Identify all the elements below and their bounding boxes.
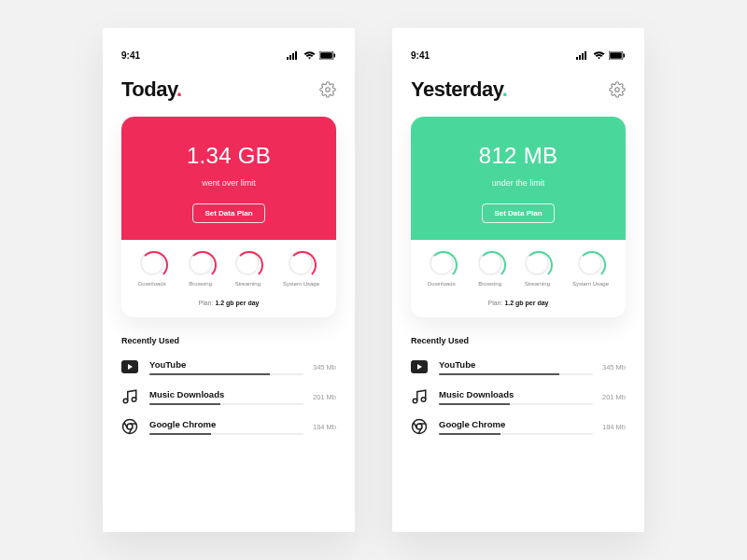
app-name: Google Chrome: [439, 419, 593, 429]
category-item[interactable]: System Usage: [572, 251, 609, 287]
app-size: 345 Mb: [602, 363, 626, 371]
app-size: 184 Mb: [602, 423, 626, 431]
app-row[interactable]: Google Chrome184 Mb: [121, 418, 336, 435]
svg-rect-16: [576, 57, 578, 60]
youtube-icon: [411, 358, 428, 375]
usage-amount: 812 MB: [426, 143, 611, 169]
battery-icon: [319, 51, 336, 60]
app-row[interactable]: Google Chrome184 Mb: [411, 418, 626, 435]
title-dot: .: [502, 77, 508, 101]
usage-bar: [149, 433, 303, 435]
status-bar: 9:41: [121, 50, 336, 61]
app-row[interactable]: Music Downloads201 Mb: [411, 388, 626, 405]
ring-icon: [189, 251, 213, 275]
recently-used-label: Recently Used: [411, 336, 626, 345]
svg-rect-3: [295, 51, 297, 60]
category-breakdown: Downloads Browsing Streaming System Usag…: [121, 240, 336, 294]
ring-icon: [430, 251, 454, 275]
app-row[interactable]: YouTube345 Mb: [411, 358, 626, 375]
app-size: 345 Mb: [313, 363, 336, 371]
category-item[interactable]: Downloads: [138, 251, 166, 287]
music-icon: [121, 388, 138, 405]
usage-card: 1.34 GB went over limit Set Data Plan Do…: [121, 117, 336, 317]
category-item[interactable]: Streaming: [525, 251, 550, 287]
usage-bar: [149, 403, 303, 405]
phone-screen-yesterday: 9:41 Yesterday. 812 MB under the limit S…: [392, 28, 644, 532]
ring-icon: [478, 251, 502, 275]
category-item[interactable]: Downloads: [428, 251, 456, 287]
status-time: 9:41: [121, 50, 140, 61]
settings-icon[interactable]: [319, 81, 336, 98]
app-size: 201 Mb: [602, 393, 626, 401]
usage-card-top: 812 MB under the limit Set Data Plan: [411, 117, 626, 240]
usage-status: went over limit: [136, 178, 321, 188]
svg-rect-17: [579, 55, 581, 60]
signal-icon: [576, 51, 589, 60]
status-icons: [576, 51, 626, 60]
svg-rect-6: [334, 54, 336, 58]
app-size: 201 Mb: [313, 393, 336, 401]
app-name: Music Downloads: [149, 389, 303, 399]
app-name: Music Downloads: [439, 389, 593, 399]
svg-rect-2: [292, 53, 294, 60]
phone-screen-today: 9:41 Today. 1.34 GB went over limit Set …: [103, 28, 355, 532]
chrome-icon: [411, 418, 428, 435]
category-item[interactable]: Browsing: [189, 251, 213, 287]
svg-rect-5: [320, 52, 332, 59]
svg-rect-0: [287, 57, 289, 60]
category-breakdown: Downloads Browsing Streaming System Usag…: [411, 240, 626, 294]
svg-point-26: [421, 398, 426, 402]
category-item[interactable]: Browsing: [478, 251, 502, 287]
set-data-plan-button[interactable]: Set Data Plan: [482, 203, 554, 223]
app-size: 184 Mb: [313, 423, 336, 431]
ring-icon: [140, 251, 164, 275]
ring-icon: [525, 251, 549, 275]
plan-info: Plan: 1.2 gb per day: [411, 294, 626, 317]
status-icons: [287, 51, 336, 60]
category-item[interactable]: Streaming: [235, 251, 261, 287]
usage-bar: [439, 403, 593, 405]
svg-point-23: [615, 88, 620, 92]
svg-point-9: [123, 399, 128, 403]
app-row[interactable]: YouTube345 Mb: [121, 358, 336, 375]
settings-icon[interactable]: [609, 81, 626, 98]
header: Today.: [121, 77, 336, 102]
usage-amount: 1.34 GB: [136, 143, 321, 169]
signal-icon: [287, 51, 300, 60]
music-icon: [411, 388, 428, 405]
wifi-icon: [593, 51, 605, 60]
page-title: Yesterday.: [411, 77, 507, 102]
status-bar: 9:41: [411, 50, 626, 61]
usage-status: under the limit: [426, 178, 611, 188]
header: Yesterday.: [411, 77, 626, 102]
app-row[interactable]: Music Downloads201 Mb: [121, 388, 336, 405]
svg-rect-21: [610, 52, 622, 59]
set-data-plan-button[interactable]: Set Data Plan: [192, 203, 264, 223]
plan-info: Plan: 1.2 gb per day: [121, 294, 336, 317]
svg-rect-19: [585, 51, 586, 60]
usage-card-top: 1.34 GB went over limit Set Data Plan: [121, 117, 336, 240]
page-title: Today.: [121, 77, 182, 102]
category-item[interactable]: System Usage: [283, 251, 319, 287]
svg-rect-18: [582, 53, 584, 60]
app-name: YouTube: [439, 359, 593, 370]
ring-icon: [578, 251, 602, 275]
app-name: YouTube: [149, 359, 303, 370]
app-name: Google Chrome: [149, 419, 303, 429]
usage-bar: [149, 373, 303, 375]
svg-point-7: [326, 88, 331, 92]
youtube-icon: [121, 358, 138, 375]
usage-bar: [439, 433, 593, 435]
recently-used-label: Recently Used: [121, 336, 336, 345]
chrome-icon: [121, 418, 138, 435]
usage-card: 812 MB under the limit Set Data Plan Dow…: [411, 117, 626, 317]
svg-rect-1: [289, 55, 291, 60]
usage-bar: [439, 373, 593, 375]
wifi-icon: [303, 51, 316, 60]
svg-point-25: [413, 399, 417, 403]
title-dot: .: [176, 77, 182, 101]
status-time: 9:41: [411, 50, 430, 61]
ring-icon: [235, 251, 260, 275]
ring-icon: [289, 251, 313, 275]
battery-icon: [609, 51, 626, 60]
